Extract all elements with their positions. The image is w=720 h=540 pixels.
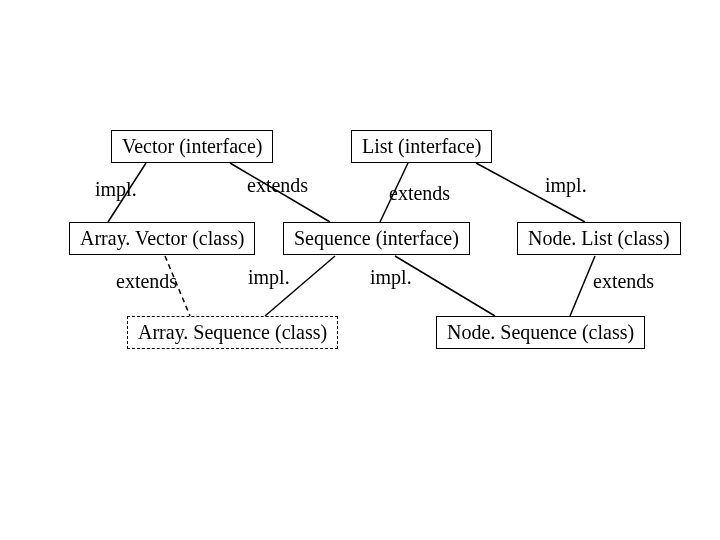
- label-extends-top-right: extends: [389, 182, 450, 205]
- label-extends-top-left: extends: [247, 174, 308, 197]
- node-array-sequence-class: Array. Sequence (class): [127, 316, 338, 349]
- node-node-sequence-class: Node. Sequence (class): [436, 316, 645, 349]
- label-extends-bottom-left: extends: [116, 270, 177, 293]
- svg-line-7: [570, 256, 595, 316]
- label-impl-top-right: impl.: [545, 174, 587, 197]
- node-vector-interface: Vector (interface): [111, 130, 273, 163]
- label-impl-top-left: impl.: [95, 178, 137, 201]
- node-list-interface: List (interface): [351, 130, 492, 163]
- node-array-vector-class: Array. Vector (class): [69, 222, 255, 255]
- label-extends-bottom-right: extends: [593, 270, 654, 293]
- label-impl-bottom-left: impl.: [248, 266, 290, 289]
- node-sequence-interface: Sequence (interface): [283, 222, 470, 255]
- node-node-list-class: Node. List (class): [517, 222, 681, 255]
- label-impl-bottom-right: impl.: [370, 266, 412, 289]
